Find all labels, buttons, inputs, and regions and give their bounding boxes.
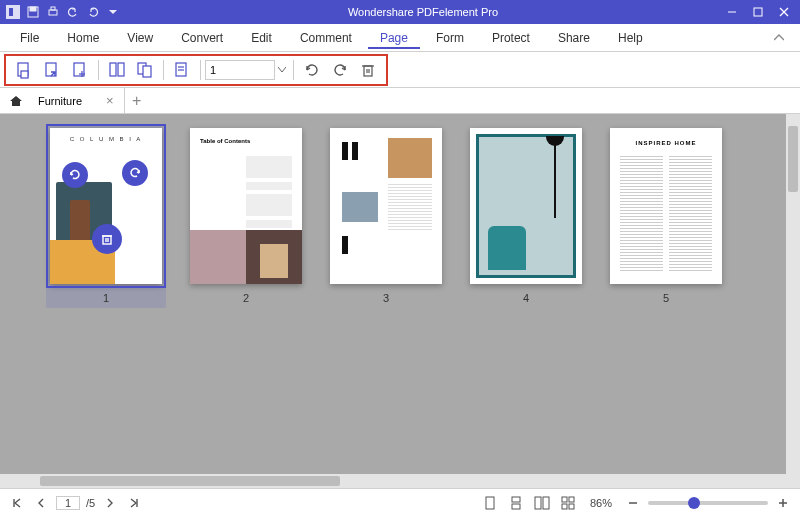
page5-title: INSPIRED HOME xyxy=(610,140,722,146)
svg-rect-1 xyxy=(9,8,13,16)
svg-rect-38 xyxy=(562,497,567,502)
menu-share[interactable]: Share xyxy=(546,27,602,49)
maximize-button[interactable] xyxy=(746,2,770,22)
minimize-button[interactable] xyxy=(720,2,744,22)
undo-icon[interactable] xyxy=(66,5,80,19)
app-title: Wondershare PDFelement Pro xyxy=(126,6,720,18)
svg-rect-4 xyxy=(49,10,57,15)
svg-rect-5 xyxy=(51,7,55,10)
window-controls xyxy=(720,2,800,22)
svg-rect-23 xyxy=(364,66,372,76)
extract-page-icon[interactable] xyxy=(40,58,64,82)
menu-file[interactable]: File xyxy=(8,27,51,49)
svg-rect-7 xyxy=(754,8,762,16)
last-page-icon[interactable] xyxy=(125,494,143,512)
horizontal-scrollbar[interactable] xyxy=(0,474,800,488)
page-dropdown-icon[interactable] xyxy=(275,67,289,73)
collapse-ribbon-icon[interactable] xyxy=(766,34,792,42)
svg-rect-41 xyxy=(569,504,574,509)
zoom-out-icon[interactable] xyxy=(624,494,642,512)
qat-more-icon[interactable] xyxy=(106,5,120,19)
scrollbar-thumb[interactable] xyxy=(40,476,340,486)
toolbar-separator xyxy=(163,60,164,80)
page-thumbnail[interactable]: Table of Contents 2 xyxy=(190,128,302,304)
quick-access-toolbar xyxy=(0,5,126,19)
svg-rect-36 xyxy=(535,497,541,509)
statusbar: 1 /5 86% xyxy=(0,488,800,516)
rotate-overlay-icon[interactable] xyxy=(62,162,88,188)
svg-rect-37 xyxy=(543,497,549,509)
single-page-view-icon[interactable] xyxy=(480,494,500,512)
delete-page-icon[interactable] xyxy=(356,58,380,82)
first-page-icon[interactable] xyxy=(8,494,26,512)
split-page-icon[interactable] xyxy=(105,58,129,82)
thumbnail-label: 4 xyxy=(523,292,529,304)
home-icon[interactable] xyxy=(4,88,28,113)
prev-page-icon[interactable] xyxy=(32,494,50,512)
menu-convert[interactable]: Convert xyxy=(169,27,235,49)
thumbnail-preview: C O L U M B I A xyxy=(50,128,162,284)
page-thumbnail[interactable]: INSPIRED HOME 5 xyxy=(610,128,722,304)
save-icon[interactable] xyxy=(26,5,40,19)
svg-rect-40 xyxy=(562,504,567,509)
menu-view[interactable]: View xyxy=(115,27,165,49)
scrollbar-thumb[interactable] xyxy=(788,126,798,192)
continuous-view-icon[interactable] xyxy=(506,494,526,512)
svg-rect-34 xyxy=(512,497,520,502)
toolbar-separator xyxy=(98,60,99,80)
thumbnail-grid: C O L U M B I A 1 Table of Contents 2 xyxy=(0,114,786,474)
menu-home[interactable]: Home xyxy=(55,27,111,49)
document-tabbar: Furniture × + xyxy=(0,88,800,114)
thumbnail-preview xyxy=(330,128,442,284)
menu-edit[interactable]: Edit xyxy=(239,27,284,49)
thumbnail-preview xyxy=(470,128,582,284)
zoom-slider-knob[interactable] xyxy=(688,497,700,509)
menu-protect[interactable]: Protect xyxy=(480,27,542,49)
rotate-right-icon[interactable] xyxy=(328,58,352,82)
zoom-in-icon[interactable] xyxy=(774,494,792,512)
two-page-view-icon[interactable] xyxy=(532,494,552,512)
delete-overlay-icon[interactable] xyxy=(92,224,122,254)
thumbnail-label: 2 xyxy=(243,292,249,304)
page-box-icon[interactable] xyxy=(12,58,36,82)
page-thumbnail[interactable]: C O L U M B I A 1 xyxy=(46,124,166,308)
page2-title: Table of Contents xyxy=(200,138,250,144)
page-label-icon[interactable] xyxy=(170,58,194,82)
svg-rect-3 xyxy=(30,7,36,11)
redo-icon[interactable] xyxy=(86,5,100,19)
grid-view-icon[interactable] xyxy=(558,494,578,512)
thumbnail-label: 3 xyxy=(383,292,389,304)
page-thumbnail[interactable]: 4 xyxy=(470,128,582,304)
close-button[interactable] xyxy=(772,2,796,22)
insert-page-icon[interactable] xyxy=(68,58,92,82)
workspace: C O L U M B I A 1 Table of Contents 2 xyxy=(0,114,800,474)
rotate-left-icon[interactable] xyxy=(300,58,324,82)
zoom-percent: 86% xyxy=(590,497,612,509)
next-page-icon[interactable] xyxy=(101,494,119,512)
zoom-slider[interactable] xyxy=(648,501,768,505)
svg-rect-19 xyxy=(143,66,151,77)
page-thumbnail[interactable]: 3 xyxy=(330,128,442,304)
thumbnail-label: 5 xyxy=(663,292,669,304)
svg-rect-35 xyxy=(512,504,520,509)
thumbnail-preview: INSPIRED HOME xyxy=(610,128,722,284)
page-toolbar xyxy=(0,52,800,88)
tab-close-icon[interactable]: × xyxy=(106,93,114,108)
vertical-scrollbar[interactable] xyxy=(786,114,800,474)
add-tab-icon[interactable]: + xyxy=(125,88,149,113)
menubar: File Home View Convert Edit Comment Page… xyxy=(0,24,800,52)
toolbar-highlight xyxy=(4,54,388,86)
document-tab[interactable]: Furniture × xyxy=(28,88,125,113)
menu-page[interactable]: Page xyxy=(368,27,420,49)
titlebar: Wondershare PDFelement Pro xyxy=(0,0,800,24)
menu-comment[interactable]: Comment xyxy=(288,27,364,49)
rotate-overlay-icon[interactable] xyxy=(122,160,148,186)
replace-page-icon[interactable] xyxy=(133,58,157,82)
status-page-current: 1 xyxy=(56,496,80,510)
svg-rect-16 xyxy=(110,63,116,76)
print-icon[interactable] xyxy=(46,5,60,19)
page-number-input[interactable] xyxy=(205,60,275,80)
menu-help[interactable]: Help xyxy=(606,27,655,49)
menu-form[interactable]: Form xyxy=(424,27,476,49)
document-tab-label: Furniture xyxy=(38,95,82,107)
